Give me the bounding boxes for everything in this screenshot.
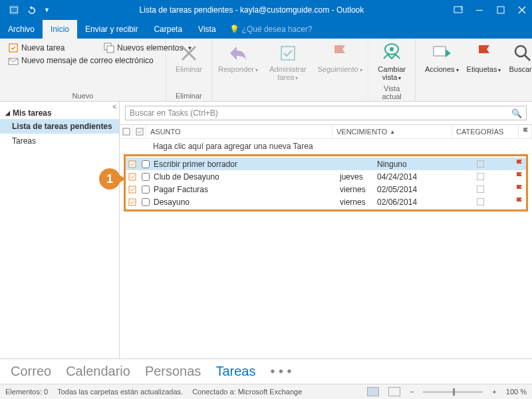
task-row[interactable]: Desayunoviernes02/06/2014 xyxy=(126,196,526,208)
task-checkbox[interactable] xyxy=(139,160,152,168)
maximize-icon[interactable] xyxy=(496,5,505,15)
task-row[interactable]: Club de Desayunojueves04/24/2014 xyxy=(126,170,526,183)
collapse-sidebar-icon[interactable]: < xyxy=(112,103,116,110)
administrar-tarea-button[interactable]: Administrar tarea▾ xyxy=(259,41,317,83)
task-list-highlight: 1 Escribir primer borradorNingunoClub de… xyxy=(124,154,528,211)
tab-enviar-recibir[interactable]: Enviar y recibir xyxy=(77,20,146,39)
status-conectado: Conectado a: Microsoft Exchange xyxy=(192,388,302,396)
ribbon-options-icon[interactable] xyxy=(454,5,463,15)
task-category[interactable] xyxy=(449,160,511,168)
cambiar-vista-label: Cambiar vista xyxy=(378,65,406,81)
undo-icon[interactable] xyxy=(27,5,36,15)
mail-icon xyxy=(8,56,19,66)
task-flag-icon[interactable] xyxy=(511,172,526,181)
workspace: < ◢ Mis tareas Lista de tareas pendiente… xyxy=(0,102,532,358)
col-flag[interactable] xyxy=(519,125,532,138)
module-personas[interactable]: Personas xyxy=(145,364,201,379)
sidebar-heading[interactable]: ◢ Mis tareas xyxy=(0,107,119,119)
task-flag-icon[interactable] xyxy=(511,185,526,194)
ribbon-group-nuevo: Nueva tarea Nuevo mensaje de correo elec… xyxy=(0,39,166,101)
tab-carpeta[interactable]: Carpeta xyxy=(146,20,190,39)
close-icon[interactable] xyxy=(517,5,527,15)
change-view-icon xyxy=(381,43,402,64)
responder-label: Responder xyxy=(218,65,254,73)
svg-rect-14 xyxy=(136,128,143,135)
add-new-task-row[interactable]: Haga clic aquí para agregar una nueva Ta… xyxy=(120,139,532,154)
search-icon[interactable]: 🔍 xyxy=(511,108,522,118)
task-subject: Escribir primer borrador xyxy=(152,160,340,169)
group-label-nuevo: Nuevo xyxy=(5,90,160,100)
col-asunto[interactable]: ASUNTO xyxy=(146,125,332,138)
status-actualizadas: Todas las carpetas están actualizadas. xyxy=(57,388,183,396)
ribbon: Nueva tarea Nuevo mensaje de correo elec… xyxy=(0,39,532,102)
task-duedate: 04/24/2014 xyxy=(377,172,449,182)
seguimiento-button[interactable]: Seguimiento▾ xyxy=(317,41,363,75)
cambiar-vista-button[interactable]: Cambiar vista▾ xyxy=(374,41,410,83)
task-icon xyxy=(8,43,19,53)
module-correo[interactable]: Correo xyxy=(11,364,51,379)
task-flag-icon[interactable] xyxy=(511,198,526,206)
ribbon-group-vista: Cambiar vista▾ Vista actual xyxy=(368,39,416,101)
task-duedate: Ninguno xyxy=(377,160,449,169)
sort-asc-icon: ▲ xyxy=(390,129,395,135)
svg-rect-18 xyxy=(129,199,136,205)
task-type-icon xyxy=(126,186,139,194)
view-normal-icon[interactable] xyxy=(367,387,379,396)
svg-rect-16 xyxy=(129,174,136,180)
col-vencimiento[interactable]: VENCIMIENTO▲ xyxy=(332,125,452,138)
qat-dropdown-icon[interactable]: ▼ xyxy=(44,7,50,13)
search-input[interactable]: Buscar en Tasks (Ctrl+B) 🔍 xyxy=(125,106,527,120)
buscar-button[interactable]: Buscar▾ xyxy=(505,41,532,75)
svg-point-10 xyxy=(390,47,394,51)
task-type-icon xyxy=(126,160,139,168)
sidebar-item-tareas[interactable]: Tareas xyxy=(0,134,119,148)
task-type-icon xyxy=(126,173,139,181)
zoom-out-icon[interactable]: − xyxy=(410,388,414,396)
eliminar-label: Eliminar xyxy=(176,65,202,73)
task-flag-icon[interactable] xyxy=(511,160,526,168)
task-dueday: viernes xyxy=(340,198,377,207)
task-category[interactable] xyxy=(449,186,511,193)
group-label-eliminar: Eliminar xyxy=(172,90,206,100)
module-tareas[interactable]: Tareas xyxy=(215,364,255,379)
etiquetas-label: Etiquetas xyxy=(467,65,497,73)
zoom-in-icon[interactable]: + xyxy=(492,388,496,396)
task-row[interactable]: Escribir primer borradorNinguno xyxy=(126,158,526,170)
acciones-button[interactable]: Acciones▾ xyxy=(421,41,463,75)
tab-inicio[interactable]: Inicio xyxy=(43,20,77,39)
col-icon[interactable] xyxy=(120,125,133,138)
responder-button[interactable]: Responder▾ xyxy=(217,41,259,75)
etiquetas-button[interactable]: Etiquetas▾ xyxy=(463,41,505,75)
col-categorias[interactable]: CATEGORÍAS xyxy=(452,125,519,138)
task-checkbox[interactable] xyxy=(139,186,152,194)
sidebar-heading-label: Mis tareas xyxy=(13,108,52,118)
group-label-vista: Vista actual xyxy=(374,83,410,100)
task-dueday: viernes xyxy=(340,185,377,194)
module-calendario[interactable]: Calendario xyxy=(66,364,130,379)
nuevo-mensaje-button[interactable]: Nuevo mensaje de correo electrónico xyxy=(5,55,97,68)
main-pane: Buscar en Tasks (Ctrl+B) 🔍 ASUNTO VENCIM… xyxy=(120,102,532,358)
task-row[interactable]: Pagar Facturasviernes02/05/2014 xyxy=(126,183,526,196)
ribbon-group-responder: Responder▾ Administrar tarea▾ Seguimient… xyxy=(212,39,369,101)
module-more-icon[interactable]: • • • xyxy=(270,364,291,379)
task-category[interactable] xyxy=(449,198,511,205)
task-checkbox[interactable] xyxy=(139,173,152,181)
zoom-slider[interactable] xyxy=(423,391,483,393)
sidebar-item-pendientes[interactable]: Lista de tareas pendientes xyxy=(0,119,119,134)
task-checkbox[interactable] xyxy=(139,198,152,206)
reply-icon xyxy=(227,43,249,64)
task-category[interactable] xyxy=(449,173,511,180)
svg-rect-8 xyxy=(107,46,114,53)
task-duedate: 02/06/2014 xyxy=(377,198,449,207)
tab-vista[interactable]: Vista xyxy=(190,20,223,39)
tell-me[interactable]: 💡 ¿Qué desea hacer? xyxy=(229,20,313,39)
tab-archivo[interactable]: Archivo xyxy=(0,20,43,39)
nueva-tarea-button[interactable]: Nueva tarea xyxy=(5,41,97,55)
minimize-icon[interactable] xyxy=(475,5,484,15)
col-complete[interactable] xyxy=(133,125,146,138)
titlebar: ▼ Lista de tareas pendientes - kayla@cus… xyxy=(0,0,532,20)
buscar-label: Buscar xyxy=(509,65,531,73)
task-subject: Desayuno xyxy=(152,198,340,207)
view-reading-icon[interactable] xyxy=(388,387,400,396)
eliminar-button[interactable]: Eliminar xyxy=(172,41,206,74)
